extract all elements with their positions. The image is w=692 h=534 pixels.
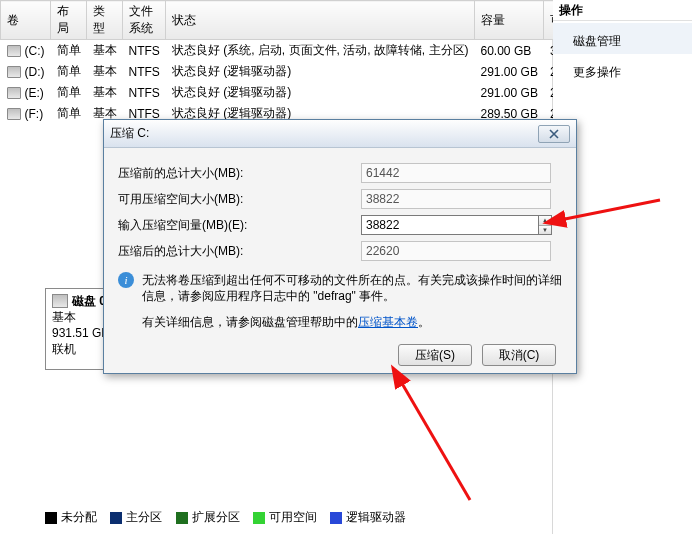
- info-text-2b: 。: [418, 314, 430, 330]
- cancel-button[interactable]: 取消(C): [482, 344, 556, 366]
- table-row[interactable]: (C:)简单基本NTFS状态良好 (系统, 启动, 页面文件, 活动, 故障转储…: [1, 40, 586, 62]
- legend-swatch-unalloc: [45, 512, 57, 524]
- col-type[interactable]: 类型: [87, 1, 123, 40]
- col-layout[interactable]: 布局: [51, 1, 87, 40]
- legend-ext: 扩展分区: [192, 510, 240, 524]
- legend-unalloc: 未分配: [61, 510, 97, 524]
- col-capacity[interactable]: 容量: [475, 1, 544, 40]
- dialog-titlebar[interactable]: 压缩 C:: [104, 120, 576, 148]
- legend: 未分配 主分区 扩展分区 可用空间 逻辑驱动器: [45, 509, 406, 526]
- info-text-2a: 有关详细信息，请参阅磁盘管理帮助中的: [142, 314, 358, 330]
- disk-title: 磁盘 0: [72, 293, 106, 309]
- legend-logical: 逻辑驱动器: [346, 510, 406, 524]
- info-text-1: 无法将卷压缩到超出任何不可移动的文件所在的点。有关完成该操作时间的详细信息，请参…: [142, 272, 562, 304]
- actions-pane-header: 操作: [553, 0, 692, 21]
- legend-swatch-ext: [176, 512, 188, 524]
- legend-swatch-primary: [110, 512, 122, 524]
- spinner[interactable]: ▲ ▼: [539, 215, 552, 235]
- actions-item-more[interactable]: 更多操作: [553, 54, 692, 85]
- spinner-up[interactable]: ▲: [539, 216, 551, 226]
- volume-icon: [7, 87, 21, 99]
- label-available: 可用压缩空间大小(MB):: [118, 191, 361, 208]
- label-total-before: 压缩前的总计大小(MB):: [118, 165, 361, 182]
- volume-table[interactable]: 卷 布局 类型 文件系统 状态 容量 可用 (C:)简单基本NTFS状态良好 (…: [0, 0, 586, 124]
- legend-free: 可用空间: [269, 510, 317, 524]
- dialog-title: 压缩 C:: [110, 125, 149, 142]
- table-row[interactable]: (D:)简单基本NTFS状态良好 (逻辑驱动器)291.00 GB238.8: [1, 61, 586, 82]
- legend-primary: 主分区: [126, 510, 162, 524]
- table-row[interactable]: (E:)简单基本NTFS状态良好 (逻辑驱动器)291.00 GB282.4: [1, 82, 586, 103]
- value-total-after: 22620: [361, 241, 551, 261]
- col-vol[interactable]: 卷: [1, 1, 51, 40]
- value-total-before: 61442: [361, 163, 551, 183]
- col-status[interactable]: 状态: [166, 1, 475, 40]
- shrink-amount-input[interactable]: [361, 215, 539, 235]
- volume-icon: [7, 108, 21, 120]
- close-icon: [549, 129, 559, 139]
- spinner-down[interactable]: ▼: [539, 226, 551, 235]
- volume-icon: [7, 45, 21, 57]
- disk-icon: [52, 294, 68, 308]
- legend-swatch-free: [253, 512, 265, 524]
- volume-icon: [7, 66, 21, 78]
- actions-item-diskmgmt[interactable]: 磁盘管理: [553, 23, 692, 54]
- label-shrink-amount: 输入压缩空间量(MB)(E):: [118, 217, 361, 234]
- label-total-after: 压缩后的总计大小(MB):: [118, 243, 361, 260]
- legend-swatch-logical: [330, 512, 342, 524]
- help-link[interactable]: 压缩基本卷: [358, 314, 418, 330]
- col-fs[interactable]: 文件系统: [123, 1, 166, 40]
- info-icon: i: [118, 272, 134, 288]
- shrink-dialog: 压缩 C: 压缩前的总计大小(MB): 61442 可用压缩空间大小(MB): …: [103, 119, 577, 374]
- value-available: 38822: [361, 189, 551, 209]
- close-button[interactable]: [538, 125, 570, 143]
- shrink-button[interactable]: 压缩(S): [398, 344, 472, 366]
